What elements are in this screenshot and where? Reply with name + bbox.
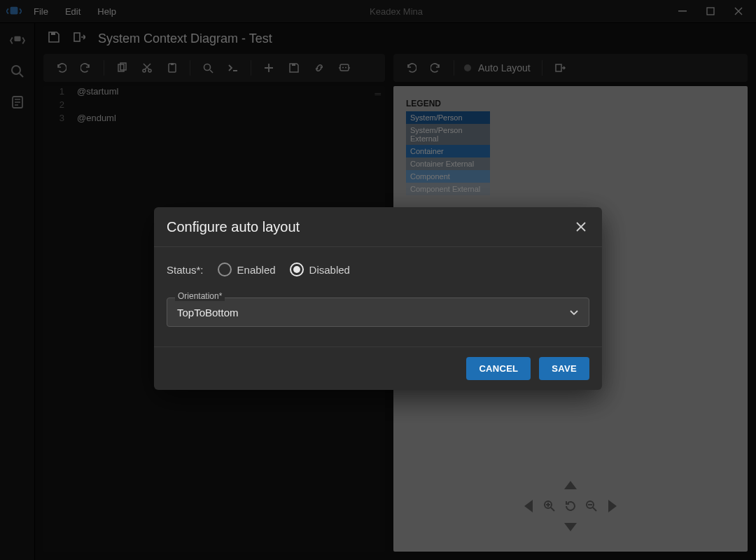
save-button[interactable]: SAVE <box>539 357 589 380</box>
orientation-value: TopToBottom <box>177 307 239 318</box>
configure-auto-layout-dialog: Configure auto layout Status*: Enabled D… <box>154 207 602 390</box>
orientation-select[interactable]: TopToBottom <box>167 298 589 327</box>
close-icon[interactable] <box>573 218 589 235</box>
status-label: Status*: <box>167 264 204 276</box>
dialog-title: Configure auto layout <box>167 219 300 235</box>
orientation-label: Orientation* <box>175 291 225 301</box>
chevron-down-icon <box>569 307 579 318</box>
cancel-button[interactable]: CANCEL <box>466 357 531 380</box>
status-disabled-radio[interactable]: Disabled <box>290 262 350 276</box>
status-enabled-label: Enabled <box>237 264 276 276</box>
status-enabled-radio[interactable]: Enabled <box>218 262 276 276</box>
status-radio-group: Enabled Disabled <box>218 262 350 276</box>
status-disabled-label: Disabled <box>309 264 350 276</box>
